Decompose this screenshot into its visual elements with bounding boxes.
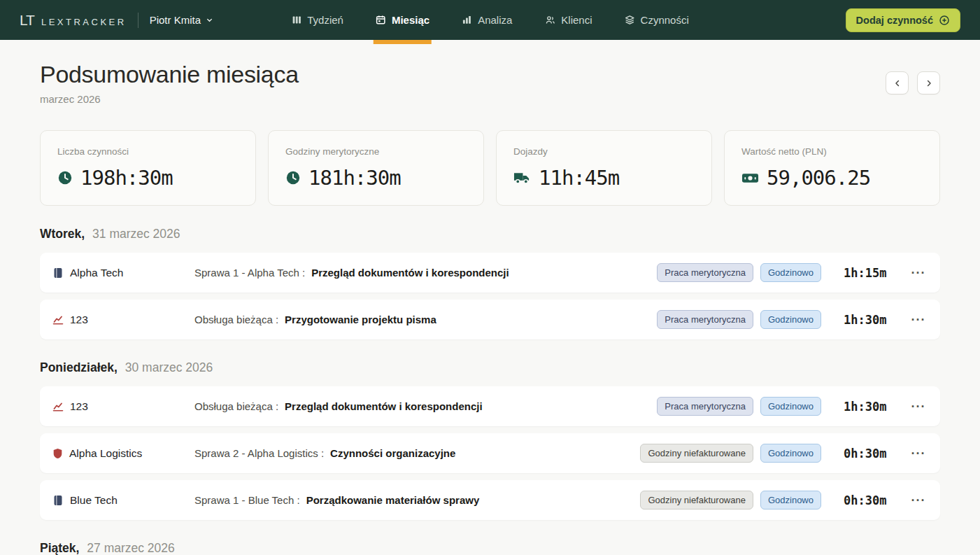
nav-tab-miesiac[interactable]: Miesiąc (374, 0, 432, 40)
entry-badges: Praca merytoryczna Godzinowo (657, 310, 821, 329)
nav-tab-czynnosci[interactable]: Czynności (623, 0, 691, 40)
nav-tab-analiza[interactable]: Analiza (460, 0, 514, 40)
day-name: Piątek, (40, 541, 79, 555)
title-row: Podsumowanie miesiąca marzec 2026 (40, 61, 940, 105)
more-options-button[interactable]: ··· (909, 314, 928, 326)
banknote-icon (741, 170, 759, 185)
entry-time: 1h:15m (844, 266, 905, 280)
entry-client: 123 (52, 400, 194, 413)
stat-card-dojazdy: Dojazdy 11h:45m (496, 130, 712, 206)
entry-row[interactable]: 123 Obsługa bieżąca : Przegląd dokumentó… (40, 386, 940, 426)
nav-tab-tydzien[interactable]: Tydzień (289, 0, 346, 40)
nav-tab-label: Klienci (561, 14, 592, 26)
nav-tab-label: Tydzień (307, 14, 343, 26)
chevron-right-icon (924, 78, 934, 88)
entry-row[interactable]: Alpha Logistics Sprawa 2 - Alpha Logisti… (40, 433, 940, 473)
people-icon (544, 15, 555, 25)
stat-label: Godziny merytoryczne (285, 146, 467, 157)
entry-client: Alpha Logistics (52, 447, 194, 460)
work-type-badge: Godziny niefakturowane (640, 444, 753, 463)
task-label: Przegląd dokumentów i korespondencji (311, 267, 509, 279)
stat-card-wartosc-netto: Wartość netto (PLN) 59,006.25 (724, 130, 940, 206)
prev-month-button[interactable] (886, 71, 909, 94)
entry-client: Alpha Tech (52, 267, 194, 279)
more-options-button[interactable]: ··· (909, 267, 928, 279)
bar-chart-icon (462, 15, 472, 25)
entry-description: Sprawa 1 - Alpha Tech : Przegląd dokumen… (194, 267, 657, 279)
day-heading: Wtorek, 31 marzec 2026 (40, 227, 940, 241)
chart-red-icon (52, 314, 64, 325)
stat-value: 11h:45m (539, 166, 619, 190)
work-type-badge: Praca merytoryczna (657, 263, 753, 282)
main-nav: Tydzień Miesiąc Analiza Klienci Czynnośc… (289, 0, 691, 40)
work-type-badge: Godziny niefakturowane (640, 491, 753, 510)
chevron-down-icon (206, 16, 213, 24)
nav-tab-klienci[interactable]: Klienci (542, 0, 594, 40)
nav-tab-label: Czynności (641, 14, 689, 26)
truck-icon (513, 170, 531, 185)
calendar-month-icon (376, 15, 386, 25)
chart-red-icon (52, 401, 64, 412)
stat-label: Dojazdy (513, 146, 695, 157)
more-options-button[interactable]: ··· (909, 400, 928, 413)
entry-row[interactable]: 123 Obsługa bieżąca : Przygotowanie proj… (40, 300, 940, 339)
stat-value: 181h:30m (308, 166, 401, 190)
case-label: Sprawa 2 - Alpha Logistics : (194, 447, 324, 459)
logo-brand: LEXTRACKER (41, 17, 127, 27)
entry-time: 1h:30m (844, 313, 905, 327)
day-name: Wtorek, (40, 227, 85, 241)
task-label: Przygotowanie projektu pisma (285, 314, 436, 325)
next-month-button[interactable] (917, 71, 940, 94)
user-name: Piotr Kmita (150, 14, 201, 26)
entry-row[interactable]: Alpha Tech Sprawa 1 - Alpha Tech : Przeg… (40, 253, 940, 293)
stats-cards: Liczba czynności 198h:30m Godziny meryto… (40, 130, 940, 206)
entry-time: 0h:30m (844, 493, 905, 507)
entry-time: 1h:30m (844, 400, 905, 414)
day-date: 31 marzec 2026 (92, 227, 180, 241)
entry-description: Obsługa bieżąca : Przygotowanie projektu… (194, 314, 657, 325)
day-name: Poniedziałek, (40, 360, 118, 374)
book-icon (52, 495, 64, 506)
chevron-left-icon (893, 78, 902, 88)
client-name: Alpha Logistics (69, 447, 142, 460)
entry-description: Sprawa 2 - Alpha Logistics : Czynności o… (194, 447, 640, 459)
case-label: Sprawa 1 - Alpha Tech : (194, 267, 305, 279)
month-pager (886, 71, 940, 94)
nav-tab-label: Analiza (478, 14, 512, 26)
client-name: Alpha Tech (70, 267, 123, 279)
work-type-badge: Praca merytoryczna (657, 310, 753, 329)
client-name: Blue Tech (70, 494, 118, 507)
app-logo: LT LEXTRACKER (20, 12, 127, 29)
client-name: 123 (70, 400, 88, 413)
stat-card-liczba-czynnosci: Liczba czynności 198h:30m (40, 130, 256, 206)
billing-type-badge: Godzinowo (760, 444, 821, 463)
case-label: Sprawa 1 - Blue Tech : (194, 494, 300, 506)
more-options-button[interactable]: ··· (909, 494, 928, 507)
client-name: 123 (70, 314, 88, 326)
more-options-button[interactable]: ··· (909, 447, 928, 460)
billing-type-badge: Godzinowo (760, 310, 821, 329)
plus-circle-icon (939, 15, 950, 26)
stat-label: Wartość netto (PLN) (741, 146, 923, 157)
month-summary-page: Podsumowanie miesiąca marzec 2026 Liczba… (0, 61, 980, 555)
task-label: Czynności organizacyjne (330, 447, 455, 459)
entry-badges: Godziny niefakturowane Godzinowo (640, 491, 821, 510)
work-type-badge: Praca merytoryczna (657, 397, 753, 416)
clock-icon (285, 170, 301, 185)
billing-type-badge: Godzinowo (760, 263, 821, 282)
day-heading: Poniedziałek, 30 marzec 2026 (40, 360, 940, 375)
entry-badges: Praca merytoryczna Godzinowo (657, 263, 821, 282)
entry-row[interactable]: Blue Tech Sprawa 1 - Blue Tech : Porządk… (40, 480, 940, 520)
header-divider (138, 13, 139, 28)
add-activity-label: Dodaj czynność (856, 15, 933, 26)
entry-description: Obsługa bieżąca : Przegląd dokumentów i … (194, 400, 657, 412)
entry-badges: Praca merytoryczna Godzinowo (657, 397, 821, 416)
billing-type-badge: Godzinowo (760, 397, 821, 416)
page-title: Podsumowanie miesiąca (40, 61, 299, 88)
add-activity-button[interactable]: Dodaj czynność (846, 8, 960, 32)
day-date: 27 marzec 2026 (87, 541, 175, 555)
case-label: Obsługa bieżąca : (194, 314, 278, 325)
user-menu[interactable]: Piotr Kmita (150, 14, 213, 26)
logo-monogram: LT (20, 12, 34, 29)
day-heading: Piątek, 27 marzec 2026 (40, 541, 940, 555)
